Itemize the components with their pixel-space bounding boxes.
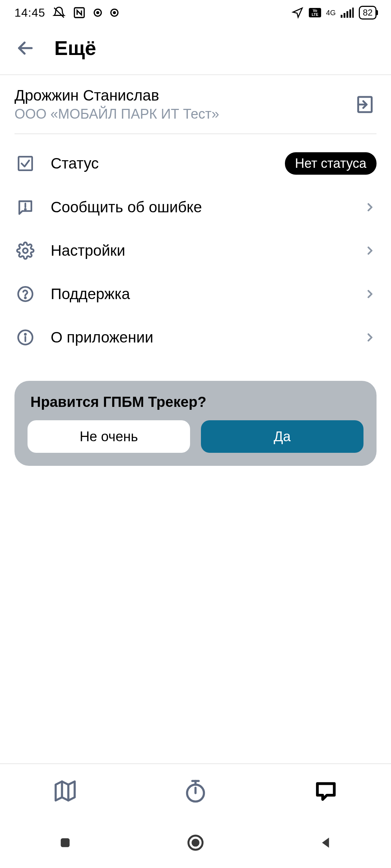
menu-item-support[interactable]: Поддержка [0, 272, 391, 316]
menu-label: О приложении [51, 329, 349, 346]
menu-item-report-bug[interactable]: Сообщить об ошибке [0, 186, 391, 229]
chat-bubble-icon [313, 778, 339, 804]
feedback-yes-button[interactable]: Да [201, 420, 363, 453]
report-icon [14, 196, 36, 218]
menu-label: Статус [51, 155, 270, 172]
system-nav-bar [0, 817, 391, 868]
profile-org: ООО «МОБАЙЛ ПАРК ИТ Тест» [14, 106, 353, 122]
location-arrow-icon [291, 7, 304, 19]
circle-ring-icon [186, 833, 205, 852]
arrow-left-icon [16, 39, 35, 58]
svg-point-35 [192, 839, 199, 847]
feedback-no-button[interactable]: Не очень [28, 420, 190, 453]
triangle-left-icon [318, 835, 333, 850]
menu-label: Поддержка [51, 285, 349, 303]
system-recents-button[interactable] [51, 828, 80, 857]
bottom-tab-bar [0, 763, 391, 817]
menu-item-settings[interactable]: Настройки [0, 229, 391, 272]
status-pill: Нет статуса [285, 152, 377, 175]
back-button[interactable] [14, 37, 36, 59]
svg-marker-36 [322, 838, 329, 848]
app-header: Ещё [0, 25, 391, 75]
exit-icon [355, 94, 375, 115]
map-icon [52, 778, 78, 804]
status-time: 14:45 [14, 6, 45, 20]
menu-label: Настройки [51, 242, 349, 259]
svg-text:LTE: LTE [312, 13, 318, 17]
page-title: Ещё [54, 36, 96, 60]
svg-rect-9 [341, 15, 342, 18]
svg-rect-12 [349, 9, 351, 18]
feedback-yes-label: Да [274, 429, 291, 444]
svg-point-22 [25, 297, 26, 298]
nfc-icon [73, 6, 86, 19]
tab-timer[interactable] [130, 764, 261, 817]
svg-point-25 [25, 334, 26, 335]
svg-marker-26 [56, 781, 75, 800]
menu-item-status[interactable]: Статус Нет статуса [0, 141, 391, 186]
checkbox-checked-icon [14, 153, 36, 174]
system-home-button[interactable] [181, 828, 210, 857]
svg-point-19 [25, 209, 26, 210]
dot-ring-icon [93, 8, 102, 17]
svg-rect-11 [346, 11, 348, 18]
svg-point-5 [113, 11, 116, 14]
signal-bars-icon [341, 8, 354, 18]
battery-indicator: 82 [359, 6, 377, 20]
chevron-right-icon [363, 201, 377, 214]
svg-rect-33 [61, 838, 70, 847]
feedback-title: Нравится ГПБМ Трекер? [30, 394, 363, 410]
svg-point-3 [96, 11, 100, 14]
dot-ring-icon [110, 8, 119, 17]
menu-label: Сообщить об ошибке [51, 199, 349, 216]
tab-map[interactable] [0, 764, 130, 817]
svg-point-20 [23, 248, 28, 253]
system-status-bar: 14:45 [0, 0, 391, 25]
menu-list: Статус Нет статуса Сообщить об ошибке На… [0, 134, 391, 374]
logout-button[interactable] [353, 93, 377, 116]
feedback-card: Нравится ГПБМ Трекер? Не очень Да [14, 381, 377, 466]
volte-icon: Vo LTE [309, 8, 321, 17]
chevron-right-icon [363, 331, 377, 344]
gear-icon [14, 240, 36, 261]
battery-level-label: 82 [363, 8, 373, 17]
chevron-right-icon [363, 244, 377, 257]
profile-name: Дрожжин Станислав [14, 87, 353, 104]
vibrate-off-icon [52, 6, 66, 19]
square-icon [58, 835, 73, 850]
tab-more[interactable] [261, 764, 391, 817]
network-type-label: 4G [326, 9, 336, 16]
svg-rect-17 [18, 157, 32, 170]
svg-text:Vo: Vo [313, 9, 317, 13]
chevron-right-icon [363, 288, 377, 301]
menu-item-about[interactable]: О приложении [0, 316, 391, 359]
stopwatch-icon [183, 778, 208, 804]
svg-rect-10 [344, 13, 345, 18]
feedback-no-label: Не очень [80, 429, 138, 444]
info-circle-icon [14, 327, 36, 348]
profile-row[interactable]: Дрожжин Станислав ООО «МОБАЙЛ ПАРК ИТ Те… [0, 75, 391, 133]
system-back-button[interactable] [311, 828, 340, 857]
help-circle-icon [14, 283, 36, 305]
svg-rect-13 [352, 8, 354, 18]
